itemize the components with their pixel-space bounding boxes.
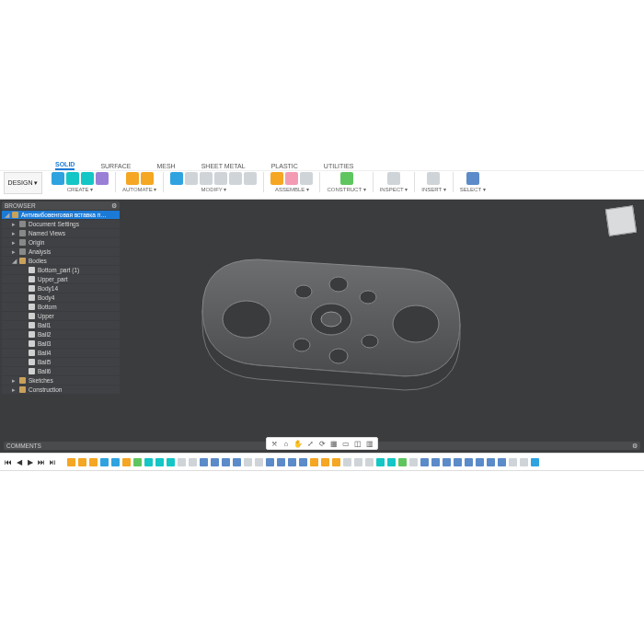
tree-node[interactable]: Ball4 [2,349,120,357]
timeline-feature[interactable] [288,458,296,466]
tab-solid[interactable]: SOLID [55,161,75,170]
ribbon-tool-icon[interactable] [340,172,353,185]
ribbon-tool-icon[interactable] [185,172,198,185]
tree-twisty-icon[interactable]: ◢ [11,258,17,265]
tree-node[interactable]: ▸Document Settings [2,220,120,228]
timeline-feature[interactable] [409,458,418,466]
timeline-feature[interactable] [365,458,374,466]
tree-twisty-icon[interactable]: ▸ [11,248,17,256]
tab-plastic[interactable]: PLASTIC [271,163,298,169]
ribbon-tool-icon[interactable] [200,172,213,185]
tree-node[interactable]: ◢Bodies [2,257,120,265]
ribbon-tool-icon[interactable] [285,172,298,185]
timeline-feature[interactable] [200,458,208,466]
timeline-feature[interactable] [431,458,440,466]
tree-node[interactable]: Ball1 [2,321,120,329]
timeline-control[interactable]: ⏭ [37,458,45,466]
timeline-feature[interactable] [277,458,285,466]
timeline-feature[interactable] [443,458,451,466]
timeline-feature[interactable] [222,458,230,466]
ribbon-tool-icon[interactable] [244,172,257,185]
tree-twisty-icon[interactable]: ◢ [4,212,9,219]
ribbon-group-label[interactable]: MODIFY ▾ [201,186,227,192]
timeline-feature[interactable] [343,458,351,466]
view-tool-icon[interactable]: ▭ [341,439,351,448]
browser-settings-icon[interactable]: ⚙ [111,202,117,210]
timeline-feature[interactable] [476,458,484,466]
tree-node[interactable]: Body4 [2,293,120,302]
timeline-feature[interactable] [167,458,175,466]
ribbon-group-label[interactable]: CONSTRUCT ▾ [327,186,365,192]
timeline-feature[interactable] [387,458,396,466]
ribbon-group-label[interactable]: CREATE ▾ [67,186,94,192]
tree-node[interactable]: ▸Sketches [2,376,120,385]
view-tool-icon[interactable]: ◫ [353,439,362,448]
ribbon-tool-icon[interactable] [300,172,313,185]
ribbon-tool-icon[interactable] [141,172,154,185]
tab-mesh[interactable]: MESH [156,163,175,169]
timeline-feature[interactable] [144,458,153,466]
ribbon-tool-icon[interactable] [229,172,242,185]
timeline-feature[interactable] [78,458,86,466]
timeline-feature[interactable] [509,458,517,466]
tree-node[interactable]: Bottom_part (1) [2,266,120,274]
ribbon-tool-icon[interactable] [81,172,94,185]
tree-node[interactable]: ▸Named Views [2,229,120,237]
timeline-feature[interactable] [321,458,329,466]
timeline-feature[interactable] [454,458,462,466]
timeline-control[interactable]: ⏯ [48,458,56,466]
ribbon-group-label[interactable]: INSPECT ▾ [380,186,408,192]
ribbon-tool-icon[interactable] [126,172,139,185]
tree-node[interactable]: Ball6 [2,367,120,375]
ribbon-tool-icon[interactable] [387,172,400,185]
timeline-feature[interactable] [398,458,407,466]
tab-utilities[interactable]: UTILITIES [324,163,354,169]
tree-twisty-icon[interactable]: ▸ [11,386,17,394]
tree-node[interactable]: Ball3 [2,339,120,348]
view-tool-icon[interactable]: ⤢ [305,439,315,448]
timeline-feature[interactable] [531,458,539,466]
timeline-feature[interactable] [332,458,340,466]
tree-node[interactable]: ▸Analysis [2,247,120,256]
timeline-feature[interactable] [133,458,142,466]
tree-node[interactable]: Upper [2,312,120,320]
tree-node[interactable]: ▸Origin [2,238,120,247]
browser-header[interactable]: BROWSER ⚙ [2,201,120,210]
ribbon-tool-icon[interactable] [427,172,440,185]
tree-node[interactable]: Upper_part [2,275,120,283]
ribbon-tool-icon[interactable] [66,172,79,185]
view-tool-icon[interactable]: ▥ [365,439,374,448]
timeline-feature[interactable] [487,458,495,466]
timeline-feature[interactable] [266,458,274,466]
tree-node[interactable]: Ball2 [2,330,120,339]
timeline-feature[interactable] [189,458,197,466]
tree-twisty-icon[interactable]: ▸ [11,221,17,228]
timeline-feature[interactable] [465,458,473,466]
tab-surface[interactable]: SURFACE [100,163,131,169]
ribbon-tool-icon[interactable] [466,172,479,185]
tree-node[interactable]: ◢Антивибовенговая вставка n… [2,211,120,219]
timeline-feature[interactable] [211,458,219,466]
ribbon-tool-icon[interactable] [214,172,227,185]
timeline-feature[interactable] [155,458,164,466]
timeline-feature[interactable] [376,458,385,466]
timeline-feature[interactable] [244,458,252,466]
tree-twisty-icon[interactable]: ▸ [11,377,17,385]
view-tool-icon[interactable]: ▦ [329,439,339,448]
timeline-control[interactable]: ▶ [26,458,34,466]
timeline-feature[interactable] [67,458,75,466]
tree-node[interactable]: ▸Construction [2,385,120,394]
ribbon-tool-icon[interactable] [52,172,64,185]
ribbon-tool-icon[interactable] [170,172,183,185]
tree-node[interactable]: Bottom [2,303,120,311]
timeline-control[interactable]: ⏮ [4,458,12,466]
ribbon-tool-icon[interactable] [96,172,109,185]
view-tool-icon[interactable]: ✋ [293,439,303,448]
timeline-feature[interactable] [255,458,263,466]
ribbon-group-label[interactable]: ASSEMBLE ▾ [275,186,309,192]
tree-twisty-icon[interactable]: ▸ [11,230,17,237]
timeline-feature[interactable] [89,458,98,466]
viewcube[interactable] [605,205,637,236]
ribbon-group-label[interactable]: AUTOMATE ▾ [122,186,156,192]
tab-sheet metal[interactable]: SHEET METAL [201,163,246,169]
